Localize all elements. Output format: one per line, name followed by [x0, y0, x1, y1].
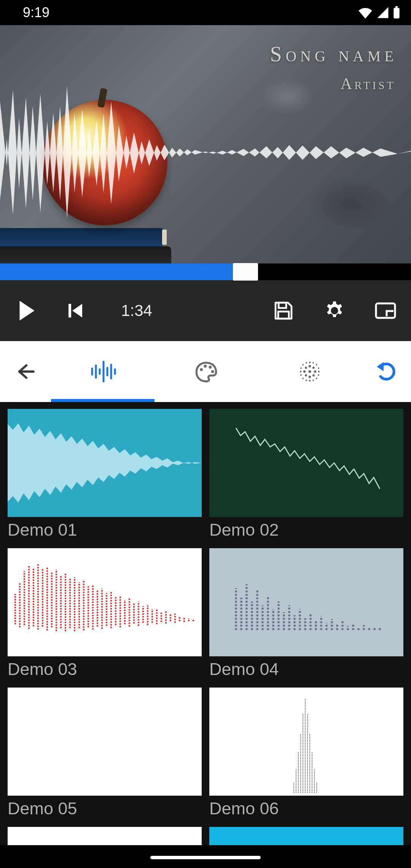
demo-item-6[interactable]: Demo 06 — [209, 688, 403, 819]
demo-label: Demo 03 — [8, 659, 202, 679]
progress-thumb[interactable] — [233, 263, 258, 281]
svg-rect-1 — [395, 6, 398, 8]
skip-previous-button[interactable] — [50, 280, 100, 341]
svg-point-14 — [204, 365, 207, 368]
active-tab-indicator — [51, 399, 155, 402]
undo-icon — [374, 361, 398, 382]
playback-time: 1:34 — [100, 302, 173, 320]
tab-palette[interactable] — [155, 341, 258, 402]
preview-apple-decoration — [42, 100, 167, 225]
tab-dot-matrix[interactable] — [258, 341, 362, 402]
fullscreen-button[interactable] — [360, 280, 411, 341]
svg-point-27 — [309, 380, 311, 382]
demo-item-4[interactable]: Demo 04 — [209, 548, 403, 680]
battery-icon — [393, 6, 400, 19]
demo-label: Demo 05 — [8, 799, 202, 819]
song-title: Song name — [270, 42, 397, 66]
cell-signal-icon — [377, 6, 389, 19]
svg-point-18 — [309, 365, 311, 367]
demo-item-3[interactable]: /* no-op placeholder */ — [8, 548, 202, 680]
svg-point-21 — [314, 370, 316, 373]
svg-point-15 — [209, 366, 212, 369]
fullscreen-icon — [374, 302, 397, 319]
play-button[interactable] — [0, 280, 50, 341]
tab-waveform[interactable] — [51, 341, 155, 402]
playback-controls: 1:34 — [0, 280, 411, 341]
svg-point-37 — [312, 380, 314, 381]
svg-point-34 — [306, 362, 307, 364]
svg-rect-4 — [278, 311, 289, 319]
svg-point-31 — [316, 364, 317, 365]
svg-point-41 — [318, 374, 319, 376]
svg-point-36 — [306, 380, 307, 381]
svg-point-39 — [300, 374, 302, 376]
svg-point-19 — [309, 376, 311, 378]
status-indicators — [358, 6, 400, 19]
status-clock: 9:19 — [23, 5, 49, 21]
demo-item-2[interactable]: Demo 02 — [209, 409, 403, 541]
settings-button[interactable] — [309, 280, 360, 341]
video-preview[interactable]: Song name Artist — [0, 25, 411, 263]
arrow-back-icon — [15, 361, 36, 382]
preview-books-decoration — [0, 222, 186, 263]
save-icon — [273, 300, 294, 321]
svg-point-25 — [312, 374, 315, 377]
save-button[interactable] — [258, 280, 309, 341]
play-icon — [19, 301, 35, 321]
svg-rect-3 — [279, 303, 286, 308]
demo-grid-container[interactable]: Demo 01 Demo 02 /* no-op placeholder */ — [0, 402, 411, 868]
undo-button[interactable] — [362, 341, 411, 402]
svg-point-33 — [316, 378, 317, 379]
waveform-icon — [89, 360, 116, 383]
palette-icon — [194, 360, 218, 383]
demo-item-5[interactable]: Demo 05 — [8, 688, 202, 819]
svg-rect-2 — [68, 304, 71, 318]
demo-label: Demo 04 — [209, 659, 403, 679]
svg-point-20 — [303, 370, 306, 373]
gesture-nav-bar — [0, 845, 411, 868]
svg-point-28 — [300, 371, 302, 373]
editor-tabbar — [0, 341, 411, 402]
artist-name: Artist — [341, 75, 396, 93]
svg-point-26 — [309, 362, 311, 364]
svg-point-30 — [302, 364, 304, 365]
dot-matrix-icon — [298, 360, 322, 383]
demo-label: Demo 06 — [209, 799, 403, 819]
svg-point-32 — [302, 378, 304, 379]
gear-icon — [323, 300, 346, 322]
svg-point-29 — [318, 371, 320, 373]
svg-point-24 — [305, 374, 307, 377]
svg-point-13 — [200, 368, 203, 371]
svg-point-38 — [300, 367, 302, 369]
svg-point-17 — [308, 370, 311, 373]
skip-previous-icon — [66, 302, 84, 320]
svg-point-16 — [211, 370, 214, 373]
svg-point-22 — [305, 367, 307, 369]
status-bar: 9:19 — [0, 0, 411, 25]
gesture-pill[interactable] — [150, 856, 261, 859]
demo-item-1[interactable]: Demo 01 — [8, 409, 202, 541]
svg-point-40 — [318, 367, 319, 369]
svg-point-35 — [312, 362, 314, 364]
svg-point-23 — [312, 367, 315, 369]
svg-rect-0 — [393, 8, 399, 19]
wifi-icon — [358, 6, 373, 19]
demo-label: Demo 02 — [209, 520, 403, 540]
demo-label: Demo 01 — [8, 520, 202, 540]
back-button[interactable] — [0, 341, 51, 402]
progress-bar[interactable] — [0, 263, 411, 280]
